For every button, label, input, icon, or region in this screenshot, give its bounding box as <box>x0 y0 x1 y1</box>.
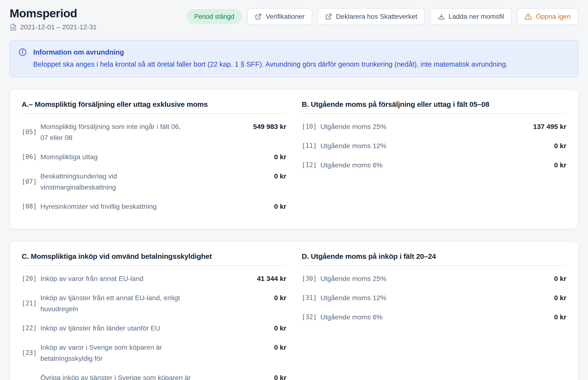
vat-field-row-32: [32] Utgående moms 6% 0 kr <box>302 311 566 323</box>
field-value: 0 kr <box>554 292 566 303</box>
vat-field-row-11: [11] Utgående moms 12% 0 kr <box>302 140 566 151</box>
field-label: Inköp av tjänster från ett annat EU-land… <box>41 292 180 314</box>
section-rows: [10] Utgående moms 25% 137 495 kr [11] U… <box>302 121 566 171</box>
vat-field-row-06: [06] Momspliktiga uttag 0 kr <box>22 151 286 162</box>
field-value: 41 344 kr <box>257 273 286 284</box>
section-title: D. Utgående moms på inköp i fält 20–24 <box>302 252 566 266</box>
field-code: [05] <box>22 127 37 138</box>
field-code: [08] <box>22 201 37 212</box>
field-code: [11] <box>302 140 317 151</box>
field-label: Utgående moms 25% <box>320 273 386 284</box>
field-label: Inköp av varor i Sverige som köparen är … <box>41 342 162 364</box>
field-value: 0 kr <box>274 151 286 162</box>
field-code: [32] <box>302 311 317 323</box>
vat-card-sales: A.– Momspliktig försäljning eller uttag … <box>10 89 578 229</box>
vat-field-row-10: [10] Utgående moms 25% 137 495 kr <box>302 121 566 132</box>
info-banner-head: Information om avrundning <box>18 48 568 57</box>
ladda-ner-momsfil-button[interactable]: Ladda ner momsfil <box>430 8 512 25</box>
field-value: 0 kr <box>274 372 286 380</box>
field-label: Beskattningsunderlag vid vinstmarginalbe… <box>41 171 117 193</box>
vat-card-purchases: C. Momspliktiga inköp vid omvänd betalni… <box>10 241 578 380</box>
field-value: 0 kr <box>554 159 566 171</box>
field-value: 0 kr <box>554 140 566 151</box>
page-header: Momsperiod 2021-12-01 – 2021-12-31 Perio… <box>10 7 578 31</box>
verifikationer-button[interactable]: Verifikationer <box>247 8 312 25</box>
section-rows: [30] Utgående moms 25% 0 kr [31] Utgåend… <box>302 273 566 323</box>
field-code: [20] <box>22 273 37 284</box>
vat-field-row-23: [23] Inköp av varor i Sverige som köpare… <box>22 342 286 364</box>
field-code: [30] <box>302 273 317 284</box>
status-badge: Period stängd <box>187 9 242 24</box>
field-value: 0 kr <box>274 292 286 303</box>
vat-field-row-30: [30] Utgående moms 25% 0 kr <box>302 273 566 284</box>
section-title: C. Momspliktiga inköp vid omvänd betalni… <box>22 252 286 266</box>
momsperiod-page: Momsperiod 2021-12-01 – 2021-12-31 Perio… <box>0 0 588 380</box>
document-icon <box>10 23 17 31</box>
download-icon <box>438 13 445 20</box>
field-value: 0 kr <box>274 342 286 353</box>
warning-icon <box>525 13 532 20</box>
rounding-info-banner: Information om avrundning Beloppet ska a… <box>10 40 578 77</box>
field-code: [12] <box>302 159 317 171</box>
oppna-igen-button[interactable]: Öppna igen <box>517 8 578 25</box>
button-label: Öppna igen <box>536 13 571 20</box>
header-left: Momsperiod 2021-12-01 – 2021-12-31 <box>10 7 97 31</box>
vat-field-row-21: [21] Inköp av tjänster från ett annat EU… <box>22 292 286 314</box>
button-label: Ladda ner momsfil <box>449 13 504 20</box>
section-b: B. Utgående moms på försäljning eller ut… <box>302 100 566 220</box>
section-rows: [05] Momspliktig försäljning som inte in… <box>22 121 286 212</box>
section-d: D. Utgående moms på inköp i fält 20–24 [… <box>302 252 566 380</box>
page-title: Momsperiod <box>10 7 97 20</box>
vat-field-row-07: [07] Beskattningsunderlag vid vinstmargi… <box>22 171 286 193</box>
field-label: Inköp av tjänster från länder utanför EU <box>41 323 160 334</box>
field-label: Utgående moms 12% <box>320 292 386 303</box>
button-label: Deklarera hos Skatteverket <box>336 13 417 20</box>
field-code: [31] <box>302 292 317 303</box>
field-label: Utgående moms 6% <box>320 159 383 171</box>
field-label: Utgående moms 12% <box>320 140 386 151</box>
header-actions: Period stängd Verifikationer Deklarera h… <box>187 8 578 25</box>
period-row: 2021-12-01 – 2021-12-31 <box>10 23 97 31</box>
period-range: 2021-12-01 – 2021-12-31 <box>20 23 97 31</box>
vat-field-row-20: [20] Inköp av varor från annat EU-land 4… <box>22 273 286 284</box>
section-rows: [20] Inköp av varor från annat EU-land 4… <box>22 273 286 380</box>
field-label: Inköp av varor från annat EU-land <box>41 273 144 284</box>
field-label: Utgående moms 6% <box>320 311 383 323</box>
deklarera-skatteverket-button[interactable]: Deklarera hos Skatteverket <box>318 8 425 25</box>
section-title: A.– Momspliktig försäljning eller uttag … <box>22 100 286 114</box>
field-value: 0 kr <box>274 201 286 212</box>
field-value: 0 kr <box>554 311 566 323</box>
section-title: B. Utgående moms på försäljning eller ut… <box>302 100 566 114</box>
field-code: [24] <box>22 378 37 380</box>
field-value: 0 kr <box>274 323 286 334</box>
field-value: 0 kr <box>274 171 286 182</box>
field-label: Övriga inköp av tjänster i Sverige som k… <box>41 372 191 380</box>
vat-field-row-05: [05] Momspliktig försäljning som inte in… <box>22 121 286 143</box>
vat-field-row-22: [22] Inköp av tjänster från länder utanf… <box>22 323 286 334</box>
field-code: [07] <box>22 176 37 187</box>
field-label: Momspliktig försäljning som inte ingår i… <box>41 121 181 143</box>
field-code: [06] <box>22 151 37 162</box>
vat-field-row-31: [31] Utgående moms 12% 0 kr <box>302 292 566 303</box>
field-label: Hyresinkomster vid frivillig beskattning <box>41 201 157 212</box>
external-link-icon <box>325 13 332 20</box>
section-c: C. Momspliktiga inköp vid omvänd betalni… <box>22 252 286 380</box>
vat-field-row-08: [08] Hyresinkomster vid frivillig beskat… <box>22 201 286 212</box>
external-link-icon <box>255 13 262 20</box>
info-banner-body: Beloppet ska anges i hela krontal så att… <box>33 60 568 69</box>
field-code: [23] <box>22 347 37 358</box>
field-value: 0 kr <box>554 273 566 284</box>
button-label: Verifikationer <box>266 13 305 20</box>
field-value: 549 983 kr <box>253 121 286 132</box>
info-banner-title: Information om avrundning <box>33 48 124 56</box>
field-code: [21] <box>22 298 37 309</box>
field-label: Momspliktiga uttag <box>41 151 98 162</box>
vat-field-row-12: [12] Utgående moms 6% 0 kr <box>302 159 566 171</box>
field-code: [22] <box>22 323 37 334</box>
field-code: [10] <box>302 121 317 132</box>
field-label: Utgående moms 25% <box>320 121 386 132</box>
info-icon <box>18 48 27 57</box>
vat-field-row-24: [24] Övriga inköp av tjänster i Sverige … <box>22 372 286 380</box>
section-a: A.– Momspliktig försäljning eller uttag … <box>22 100 286 220</box>
field-value: 137 495 kr <box>533 121 566 132</box>
